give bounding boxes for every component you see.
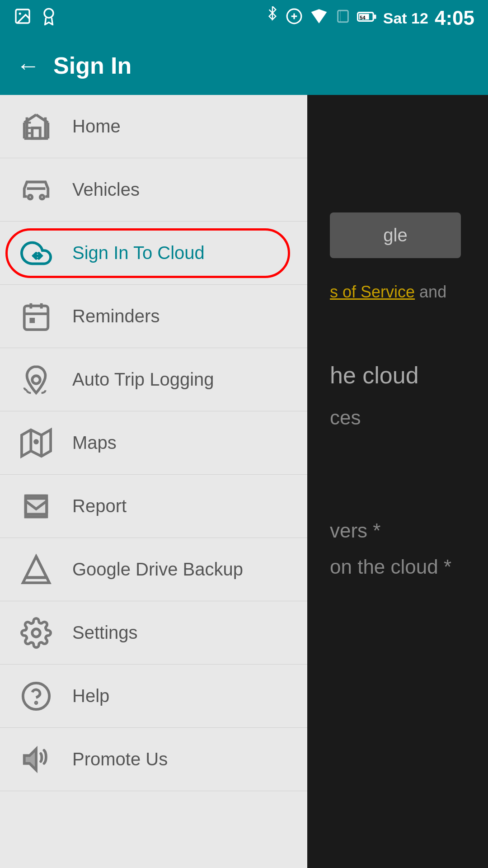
circle-plus-icon — [286, 8, 303, 29]
status-time: 4:05 — [435, 7, 474, 29]
report-icon — [18, 488, 54, 524]
cloud-sync-icon — [18, 235, 54, 271]
home-label: Home — [72, 116, 121, 137]
svg-point-2 — [44, 9, 53, 18]
sidebar-item-help[interactable]: Help — [0, 665, 307, 728]
vehicles-label: Vehicles — [72, 179, 140, 200]
app-title: Sign In — [53, 52, 131, 79]
back-button[interactable]: ← — [16, 54, 40, 77]
svg-point-25 — [40, 195, 44, 199]
svg-point-38 — [32, 629, 40, 637]
sidebar-item-google-drive-backup[interactable]: Google Drive Backup — [0, 538, 307, 601]
terms-text: s of Service and — [330, 281, 465, 303]
svg-rect-18 — [32, 127, 40, 138]
award-icon — [40, 7, 58, 29]
sidebar-item-auto-trip-logging[interactable]: Auto Trip Logging — [0, 348, 307, 411]
cloud-text-content: he cloud — [330, 362, 419, 388]
cloud-text: he cloud — [330, 358, 465, 393]
map-icon — [18, 425, 54, 461]
home-icon — [18, 108, 54, 145]
sim-icon — [335, 8, 351, 29]
app-bar: ← Sign In — [0, 36, 488, 95]
settings-icon — [18, 615, 54, 651]
status-bar-left-icons — [14, 7, 58, 29]
promote-icon — [18, 741, 54, 778]
reminders-label: Reminders — [72, 306, 160, 326]
sign-in-cloud-label: Sign In To Cloud — [72, 243, 205, 263]
sidebar-item-vehicles[interactable]: Vehicles — [0, 158, 307, 222]
sidebar-item-home[interactable]: Home — [0, 95, 307, 158]
svg-point-24 — [28, 195, 33, 199]
google-signin-button[interactable]: gle — [330, 212, 461, 258]
svg-rect-11 — [374, 14, 376, 19]
cloud-text2: on the cloud * — [330, 556, 465, 578]
auto-trip-logging-label: Auto Trip Logging — [72, 369, 214, 390]
sidebar-item-reminders[interactable]: Reminders — [0, 285, 307, 348]
bluetooth-icon — [266, 6, 279, 30]
sidebar-item-maps[interactable]: Maps — [0, 411, 307, 475]
svg-point-35 — [33, 439, 39, 444]
calendar-icon — [18, 298, 54, 335]
navigation-drawer: Home Vehicles — [0, 95, 307, 868]
sidebar-item-sign-in-cloud[interactable]: Sign In To Cloud — [0, 222, 307, 285]
svg-rect-30 — [29, 317, 35, 323]
ces-text-content: ces — [330, 406, 361, 429]
promote-us-label: Promote Us — [72, 749, 168, 769]
help-icon — [18, 678, 54, 714]
svg-marker-6 — [311, 9, 327, 24]
sidebar-item-report[interactable]: Report — [0, 475, 307, 538]
drive-icon — [18, 552, 54, 588]
main-area: Home Vehicles — [0, 95, 488, 868]
status-bar: 54 Sat 12 4:05 — [0, 0, 488, 36]
terms-and: and — [419, 283, 446, 301]
maps-label: Maps — [72, 433, 117, 453]
right-panel: gle s of Service and he cloud ces vers * — [307, 95, 488, 868]
google-btn-label: gle — [383, 225, 407, 245]
sidebar-item-settings[interactable]: Settings — [0, 601, 307, 665]
svg-rect-7 — [338, 10, 348, 22]
drivers-text-content: vers * — [330, 519, 380, 542]
image-icon — [14, 7, 32, 29]
car-icon — [18, 172, 54, 208]
help-label: Help — [72, 686, 109, 706]
svg-point-31 — [32, 376, 40, 384]
drivers-text: vers * — [330, 519, 465, 542]
svg-point-1 — [19, 13, 21, 15]
report-label: Report — [72, 496, 127, 516]
sidebar-item-promote-us[interactable]: Promote Us — [0, 728, 307, 791]
ces-text: ces — [330, 406, 465, 429]
google-drive-backup-label: Google Drive Backup — [72, 559, 243, 580]
trip-icon — [18, 362, 54, 398]
right-panel-content: gle s of Service and he cloud ces vers * — [307, 95, 488, 596]
terms-of-service-link[interactable]: s of Service — [330, 283, 415, 301]
google-button-area: gle — [330, 212, 465, 258]
cloud-text2-content: on the cloud * — [330, 556, 451, 578]
svg-rect-26 — [24, 306, 48, 330]
status-date: Sat 12 — [383, 9, 428, 27]
status-bar-right-icons: 54 Sat 12 4:05 — [266, 6, 474, 30]
battery-icon: 54 — [357, 9, 377, 28]
svg-text:54: 54 — [360, 15, 366, 20]
svg-point-40 — [36, 702, 37, 703]
settings-label: Settings — [72, 623, 138, 643]
wifi-icon — [309, 8, 329, 29]
